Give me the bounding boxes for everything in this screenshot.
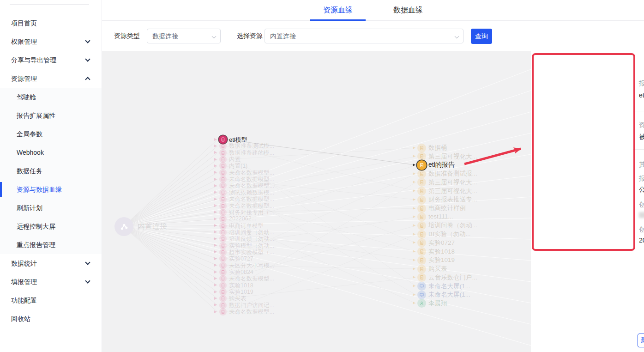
sidebar-item-数据任务[interactable]: 数据任务: [0, 162, 102, 180]
report-node-etl的报告[interactable]: [417, 160, 427, 170]
sidebar-item-功能配置[interactable]: 功能配置: [0, 291, 102, 310]
tab-数据血缘[interactable]: 数据血缘: [380, 0, 436, 20]
sidebar-item-填报管理[interactable]: 填报管理: [0, 273, 102, 291]
screen-node-未命名大屏(1...[interactable]: [417, 291, 426, 299]
sidebar-item-label: 分享与导出管理: [11, 56, 56, 64]
report-node-第三届可视化大...[interactable]: [417, 152, 426, 161]
screen-node-未命名大屏(1...[interactable]: [417, 282, 426, 291]
node-label: 实验1018: [428, 248, 455, 256]
sidebar-top-divider: [10, 4, 89, 5]
edge-arrowhead-icon: [214, 277, 217, 280]
report-node-test111...[interactable]: [417, 212, 426, 221]
edge-arrowhead-icon: [413, 215, 415, 218]
edge-arrowhead-icon: [214, 271, 217, 273]
sidebar-item-驾驶舱[interactable]: 驾驶舱: [0, 88, 102, 106]
resource-type-label: 资源类型: [114, 32, 140, 40]
report-node-BI实验（勿动...[interactable]: [417, 230, 426, 239]
edge-arrowhead-icon: [214, 257, 217, 260]
sidebar-item-label: 资源管理: [11, 75, 37, 82]
node-label: 第三届可视化大...: [428, 187, 477, 195]
node-label: 李晨翔: [428, 299, 447, 308]
sidebar-item-重点报告管理[interactable]: 重点报告管理: [0, 236, 102, 254]
node-label: 实验0727: [428, 239, 455, 247]
sidebar-item-全局参数[interactable]: 全局参数: [0, 125, 102, 143]
node-label: 实验1019: [428, 256, 455, 264]
edge-arrowhead-icon: [214, 204, 217, 207]
sidebar-item-回收站[interactable]: 回收站: [0, 310, 102, 328]
sidebar-item-数据统计[interactable]: 数据统计: [0, 254, 102, 273]
chevron-down-icon: [212, 34, 217, 39]
sidebar-item-项目首页[interactable]: 项目首页: [0, 14, 102, 32]
edge-arrowhead-icon: [413, 198, 415, 201]
edge-arrowhead-icon: [214, 171, 217, 174]
chevron-down-icon: [85, 56, 90, 61]
report-node-第三届可视化大...[interactable]: [417, 187, 426, 195]
resource-dependency-label: 资源依赖: [639, 121, 644, 129]
root-connection-node[interactable]: [114, 217, 133, 236]
node-label: 购买表: [428, 265, 447, 273]
report-name-value: etl的报告: [639, 91, 644, 100]
edge-arrowhead-icon: [214, 211, 217, 213]
report-node-云音乐数仓门户...[interactable]: [417, 273, 426, 282]
sidebar-item-label: 远程控制大屏: [17, 223, 55, 230]
edge-arrowhead-icon: [214, 310, 217, 313]
report-node-实验0727[interactable]: [417, 238, 426, 247]
sidebar-item-刷新计划[interactable]: 刷新计划: [0, 199, 102, 217]
query-button[interactable]: 查询: [471, 29, 492, 44]
edge-arrowhead-icon: [214, 138, 217, 141]
select-resource-select[interactable]: 内置连接: [265, 29, 463, 43]
edge-arrowhead-icon: [214, 284, 217, 286]
report-node-培训问卷（勿动...[interactable]: [417, 221, 426, 230]
edge-arrowhead-icon: [214, 291, 217, 293]
select-resource-label: 选择资源: [237, 32, 263, 40]
network-icon: [120, 222, 129, 231]
sidebar-item-label: Webhook: [17, 149, 44, 156]
node-label: 2022062...: [229, 215, 256, 222]
report-node-实验1018[interactable]: [417, 247, 426, 256]
node-label: 数据准备测试报...: [428, 170, 477, 178]
report-node-数据准备测试报...[interactable]: [417, 170, 426, 178]
edge-arrowhead-icon: [413, 241, 415, 244]
edge-arrowhead-icon: [214, 244, 217, 247]
edge-arrowhead-icon: [214, 224, 217, 227]
app-root: 项目首页权限管理分享与导出管理资源管理驾驶舱报告扩展属性全局参数Webhook数…: [0, 0, 644, 352]
edge-arrowhead-icon: [413, 293, 415, 296]
model-node-未命名数据模型...[interactable]: [219, 308, 227, 316]
open-report-new-page-button[interactable]: 新页面打开报告: [638, 334, 644, 347]
sidebar-item-远程控制大屏[interactable]: 远程控制大屏: [0, 217, 102, 236]
node-label: 云音乐数仓门户...: [428, 273, 477, 282]
edge-arrowhead-icon: [214, 158, 217, 161]
section-divider: [633, 111, 644, 111]
sidebar-item-label: 资源与数据血缘: [17, 186, 62, 193]
edge-arrowhead-icon: [413, 172, 415, 175]
report-node-购买表[interactable]: [417, 265, 426, 273]
node-label: 未命名大屏(1...: [428, 291, 470, 299]
sidebar-item-资源与数据血缘[interactable]: 资源与数据血缘: [0, 180, 102, 199]
report-node-第三届可视化大...[interactable]: [417, 178, 426, 187]
sidebar-item-权限管理[interactable]: 权限管理: [0, 32, 102, 51]
edge-arrowhead-icon: [214, 191, 217, 194]
sidebar-item-label: 数据任务: [17, 167, 42, 175]
tab-资源血缘[interactable]: 资源血缘: [310, 0, 366, 20]
resource-type-select[interactable]: 数据连接: [147, 29, 221, 43]
lineage-graph: 内置连接 etl模型数据准备测试模...数据准备建的模...内置内置(1)未命名…: [102, 51, 531, 352]
node-label: 培训问卷（勿动...: [428, 221, 477, 230]
sidebar-item-资源管理[interactable]: 资源管理: [0, 69, 102, 88]
report-path-label: 报告路径: [639, 175, 644, 183]
sidebar-item-分享与导出管理[interactable]: 分享与导出管理: [0, 51, 102, 69]
report-node-财务报表推送专...[interactable]: [417, 195, 426, 204]
report-node-实验1019[interactable]: [417, 256, 426, 265]
edge-arrowhead-icon: [413, 285, 415, 287]
user-node-李晨翔[interactable]: [417, 299, 426, 308]
report-detail-panel: 报告详情 报告名称 etl的报告 资源依赖 被0个门户依赖 其他信息 报告路径 …: [633, 51, 644, 352]
node-label: 财务报表推送专...: [428, 195, 477, 204]
report-node-数据桶[interactable]: [417, 144, 426, 152]
other-info-label: 其他信息: [639, 161, 644, 169]
edge-arrowhead-icon: [413, 164, 415, 166]
report-node-电商统计样例[interactable]: [417, 204, 426, 213]
edge-arrowhead-icon: [413, 250, 415, 253]
sidebar-item-Webhook[interactable]: Webhook: [0, 143, 102, 162]
edge-arrowhead-icon: [214, 151, 217, 154]
node-label: 第三届可视化大...: [428, 152, 477, 161]
sidebar-item-报告扩展属性[interactable]: 报告扩展属性: [0, 106, 102, 125]
